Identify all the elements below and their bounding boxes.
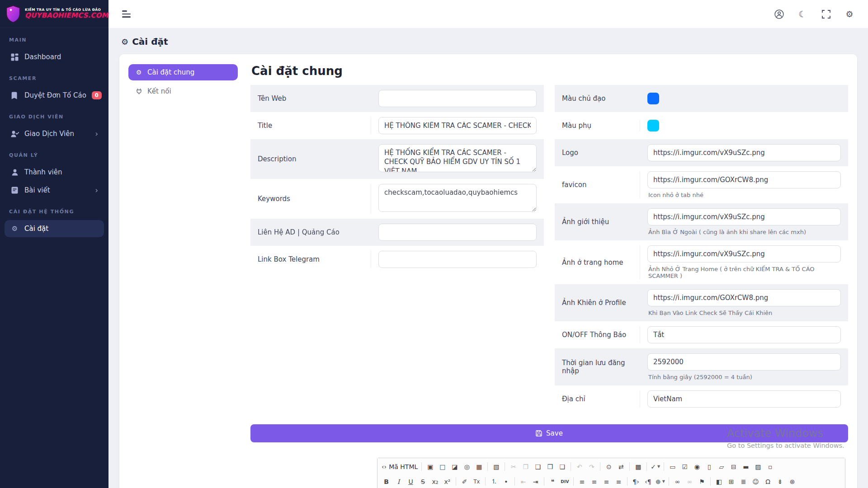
- editor-justify-button[interactable]: ≡: [613, 476, 624, 487]
- editor-language-button[interactable]: ⊕▼: [655, 476, 666, 487]
- field-input[interactable]: [647, 326, 841, 343]
- editor-checkbox-button[interactable]: ☑: [679, 461, 690, 472]
- button-field-icon: ▬: [743, 463, 749, 470]
- sidebar-item-thanh-vien[interactable]: Thành viên: [5, 164, 104, 181]
- field-input[interactable]: [647, 245, 841, 263]
- brand-logo[interactable]: KIẾM TRA UY TÍN & TỐ CÁO LỪA ĐẢO QUYBAOH…: [0, 0, 108, 28]
- editor-button-field-button[interactable]: ▬: [740, 461, 751, 472]
- sidebar-item-cai-dat[interactable]: ⚙ Cài đặt: [5, 220, 104, 237]
- editor-image-button[interactable]: ◧: [713, 476, 725, 487]
- editor-hidden-field-button[interactable]: ▫: [764, 461, 776, 472]
- editor-special-char-button[interactable]: Ω: [762, 476, 774, 487]
- numbered-list-icon: ⒈: [491, 478, 497, 486]
- field-label: Thời gian lưu đăng nhập: [562, 359, 640, 375]
- field-label: Keywords: [258, 195, 371, 203]
- field-input[interactable]: [647, 289, 841, 306]
- fullscreen-icon[interactable]: [821, 9, 831, 19]
- editor-paste-text-button[interactable]: ❒: [544, 461, 556, 472]
- editor-templates-button[interactable]: ▧: [491, 461, 502, 472]
- sidebar-item-bai-viet[interactable]: Bài viết ›: [5, 182, 104, 199]
- field-help: Khi Bạn Vào Link Check Sẽ Thấy Cái Khiên: [647, 310, 841, 316]
- sidebar-item-dashboard[interactable]: Dashboard: [5, 48, 104, 66]
- brand-domain: QUYBAOHIEMCS.COM: [25, 12, 108, 19]
- editor-subscript-button[interactable]: x₂: [429, 476, 441, 487]
- save-button[interactable]: Save: [250, 424, 848, 442]
- field-input[interactable]: [378, 224, 537, 241]
- settings-card: ⚙ Cài đặt chung Kết nối Cài đặt chung Tê…: [119, 54, 857, 488]
- editor-remove-format-button[interactable]: Tx: [471, 476, 482, 487]
- editor-table-button[interactable]: ⊞: [726, 476, 737, 487]
- editor-image-button-button[interactable]: ▨: [752, 461, 764, 472]
- editor-page-break-button[interactable]: ⇟: [774, 476, 786, 487]
- profile-icon[interactable]: [774, 9, 784, 19]
- editor-text-direction-ltr-button[interactable]: ¶›: [630, 476, 642, 487]
- editor-bulleted-list-button[interactable]: •: [500, 476, 512, 487]
- menu-toggle-icon[interactable]: [122, 10, 131, 18]
- editor-div-container-button[interactable]: DIV: [559, 476, 571, 487]
- sidebar-item-label: Thành viên: [24, 168, 62, 176]
- checkbox-icon: ☑: [682, 463, 688, 470]
- editor-textarea-field-button[interactable]: ▱: [716, 461, 727, 472]
- editor-align-center-button[interactable]: ≡: [589, 476, 600, 487]
- field-input[interactable]: [647, 208, 841, 225]
- field-input[interactable]: [378, 117, 537, 134]
- editor-text-direction-rtl-button[interactable]: ‹¶: [642, 476, 654, 487]
- editor-spell-check-button[interactable]: ✓▼: [650, 461, 661, 472]
- templates-icon: ▧: [493, 463, 499, 470]
- editor-paste-word-button[interactable]: ❏: [557, 461, 568, 472]
- paste-icon: ❑: [535, 463, 541, 470]
- dark-mode-icon[interactable]: ☾: [797, 9, 807, 19]
- editor-save-doc-button[interactable]: ▣: [425, 461, 436, 472]
- field-input[interactable]: [647, 353, 841, 371]
- text-direction-rtl-icon: ‹¶: [645, 478, 651, 485]
- editor-new-page-button[interactable]: □: [437, 461, 448, 472]
- editor-undo-button: ↶: [574, 461, 585, 472]
- editor-superscript-button[interactable]: x²: [442, 476, 453, 487]
- editor-replace-button[interactable]: ⇄: [615, 461, 627, 472]
- editor-anchor-button[interactable]: ⚑: [696, 476, 708, 487]
- editor-bold-button[interactable]: B: [381, 476, 392, 487]
- editor-strikethrough-button[interactable]: S: [417, 476, 429, 487]
- toolbar-separator: [600, 462, 600, 471]
- field-input[interactable]: [378, 90, 537, 107]
- editor-italic-button[interactable]: I: [393, 476, 404, 487]
- field-input[interactable]: [378, 251, 537, 268]
- underline-icon: U: [408, 478, 413, 485]
- settings-icon[interactable]: ⚙: [844, 9, 854, 19]
- sidebar-item-giao-dich-vien[interactable]: Giao Dịch Viên ›: [5, 125, 104, 142]
- editor-align-left-button[interactable]: ≡: [576, 476, 588, 487]
- editor-find-button[interactable]: ⊙: [603, 461, 614, 472]
- field-input[interactable]: [647, 390, 841, 408]
- field-textarea[interactable]: [378, 184, 537, 212]
- tab-cai-dat-chung[interactable]: ⚙ Cài đặt chung: [128, 64, 238, 80]
- editor-iframe-button[interactable]: ⊛: [787, 476, 798, 487]
- editor-select-field-button[interactable]: ⊟: [728, 461, 739, 472]
- editor-export-pdf-button[interactable]: ◪: [449, 461, 460, 472]
- field-input[interactable]: [647, 144, 841, 161]
- editor-form-button[interactable]: ▭: [667, 461, 678, 472]
- editor-link-button[interactable]: ∞: [672, 476, 683, 487]
- color-swatch[interactable]: [647, 93, 659, 104]
- color-swatch[interactable]: [647, 120, 659, 131]
- sidebar-item-duyet-don-to-cao[interactable]: Duyệt Đơn Tố Cáo 0: [5, 87, 104, 104]
- editor-source-button[interactable]: ‹›Mã HTML: [381, 461, 419, 472]
- editor-preview-button[interactable]: ◎: [461, 461, 472, 472]
- editor-horizontal-rule-button[interactable]: ≣: [738, 476, 749, 487]
- editor-indent-button[interactable]: ⇥: [530, 476, 541, 487]
- field-input[interactable]: [647, 171, 841, 188]
- editor-print-button[interactable]: ▦: [473, 461, 485, 472]
- editor-paste-button[interactable]: ❑: [532, 461, 543, 472]
- editor-copy-formatting-button[interactable]: ✐: [459, 476, 470, 487]
- editor-underline-button[interactable]: U: [405, 476, 416, 487]
- editor-text-field-button[interactable]: ▯: [703, 461, 715, 472]
- field-textarea[interactable]: [378, 144, 537, 172]
- tab-label: Kết nối: [147, 87, 171, 95]
- editor-select-all-button[interactable]: ▩: [632, 461, 644, 472]
- editor-align-right-button[interactable]: ≡: [601, 476, 612, 487]
- editor-numbered-list-button[interactable]: ⒈: [488, 476, 500, 487]
- editor-smiley-button[interactable]: ☺: [750, 476, 761, 487]
- form-area: Cài đặt chung Tên WebTitleDescriptionKey…: [250, 64, 848, 488]
- editor-radio-button[interactable]: ◉: [691, 461, 703, 472]
- editor-blockquote-button[interactable]: ❝: [547, 476, 558, 487]
- tab-ket-noi[interactable]: Kết nối: [128, 83, 238, 99]
